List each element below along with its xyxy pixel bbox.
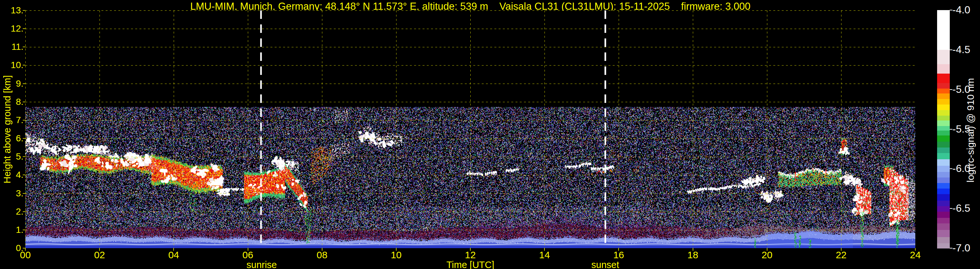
x-tick-mark	[322, 248, 323, 251]
x-tick-mark	[470, 248, 471, 251]
x-tick-mark	[99, 248, 100, 251]
x-tick-mark	[544, 248, 545, 251]
colorbar-segment	[937, 131, 950, 136]
x-tick-label: 06	[235, 250, 261, 261]
x-tick-mark	[248, 248, 248, 251]
colorbar-segment	[937, 88, 950, 93]
y-tick-mark	[23, 83, 25, 84]
y-tick-mark	[23, 65, 25, 66]
y-axis-title: Height above ground [km]	[2, 75, 13, 183]
x-tick-mark	[173, 248, 174, 251]
y-tick-mark	[23, 193, 25, 194]
colorbar-tick-mark	[950, 168, 952, 169]
colorbar-segment	[937, 99, 950, 105]
colorbar-segment	[937, 153, 950, 160]
y-tick-label: 2.	[0, 207, 24, 217]
x-tick-label: 24	[902, 250, 928, 261]
colorbar-tick-label: -7.0	[952, 242, 980, 254]
colorbar-segment	[937, 126, 950, 131]
colorbar-segment	[937, 83, 950, 89]
x-tick-label: 08	[309, 250, 335, 261]
x-tick-label: 04	[161, 250, 186, 261]
x-tick-label: 20	[754, 250, 780, 261]
colorbar-tick-mark	[950, 89, 952, 90]
colorbar-segment	[937, 166, 950, 172]
ceilometer-quicklook-figure: { "header": { "title": "LMU-MIM, Munich,…	[0, 0, 980, 269]
x-tick-mark	[767, 248, 767, 251]
sunrise-label: sunrise	[220, 259, 304, 269]
colorbar-segment	[937, 194, 950, 201]
colorbar-segment	[937, 64, 950, 74]
colorbar-segment	[937, 223, 950, 230]
colorbar-segment	[937, 74, 950, 83]
y-tick-mark	[23, 102, 25, 102]
x-tick-mark	[915, 248, 916, 251]
colorbar-segment	[937, 159, 950, 166]
colorbar-tick-mark	[950, 208, 952, 209]
y-tick-mark	[23, 46, 25, 47]
y-tick-mark	[23, 138, 25, 139]
colorbar-tick-label: -6.5	[952, 202, 980, 214]
x-tick-label: 22	[828, 250, 854, 261]
y-tick-label: 11.	[0, 42, 24, 52]
y-tick-mark	[23, 28, 25, 29]
colorbar-tick-mark	[950, 10, 952, 10]
colorbar-segment	[937, 93, 950, 99]
y-tick-mark	[23, 175, 25, 175]
colorbar-tick-label: -4.0	[952, 4, 980, 16]
colorbar-segment	[937, 50, 950, 64]
x-tick-label: 02	[86, 250, 113, 261]
colorbar-segment	[937, 230, 950, 237]
colorbar-segment	[937, 189, 950, 194]
colorbar-segment	[937, 201, 950, 207]
colorbar-tick-mark	[950, 50, 952, 50]
colorbar-segment	[937, 10, 950, 50]
x-tick-label: 18	[680, 250, 706, 261]
y-tick-label: 13.	[0, 5, 24, 16]
colorbar-segment	[937, 183, 950, 189]
colorbar-tick-mark	[950, 248, 952, 248]
colorbar-segment	[937, 206, 950, 212]
x-tick-mark	[841, 248, 842, 251]
colorbar-segment	[937, 237, 950, 243]
x-tick-mark	[618, 248, 619, 251]
colorbar-tick-mark	[950, 129, 952, 130]
x-tick-mark	[25, 248, 25, 251]
colorbar-segment	[937, 212, 950, 218]
colorbar-segment	[937, 120, 950, 126]
colorbar-axis-title: log(rc-signal) @ 910 nm	[965, 78, 976, 183]
x-tick-mark	[693, 248, 693, 251]
colorbar-segment	[937, 110, 950, 116]
y-tick-mark	[23, 156, 25, 157]
colorbar-segment	[937, 178, 950, 183]
colorbar-segment	[937, 115, 950, 120]
y-tick-mark	[23, 211, 25, 212]
x-tick-label: 12	[457, 250, 483, 261]
colorbar-segment	[937, 172, 950, 178]
y-tick-label: 12.	[0, 24, 24, 34]
y-tick-label: 10.	[0, 60, 24, 70]
backscatter-heatmap-canvas	[25, 10, 915, 248]
colorbar-segment	[937, 147, 950, 154]
colorbar-segment	[937, 142, 950, 147]
colorbar-segment	[937, 218, 950, 224]
y-tick-mark	[23, 10, 25, 11]
colorbar-tick-label: -4.5	[952, 44, 980, 56]
colorbar-segment	[937, 243, 950, 248]
x-tick-mark	[396, 248, 396, 251]
x-tick-label: 16	[606, 250, 632, 261]
x-tick-label: 14	[531, 250, 557, 261]
sunset-label: sunset	[563, 259, 648, 269]
colorbar-segment	[937, 136, 950, 142]
colorbar	[937, 10, 950, 248]
x-tick-label: 00	[12, 250, 38, 261]
y-tick-label: 1.	[0, 225, 24, 235]
x-tick-label: 10	[383, 250, 409, 261]
colorbar-segment	[937, 104, 950, 110]
y-tick-mark	[23, 230, 25, 230]
x-axis-title: Time [UTC]	[428, 259, 512, 269]
y-tick-label: 3.	[0, 188, 24, 199]
y-tick-mark	[23, 120, 25, 120]
